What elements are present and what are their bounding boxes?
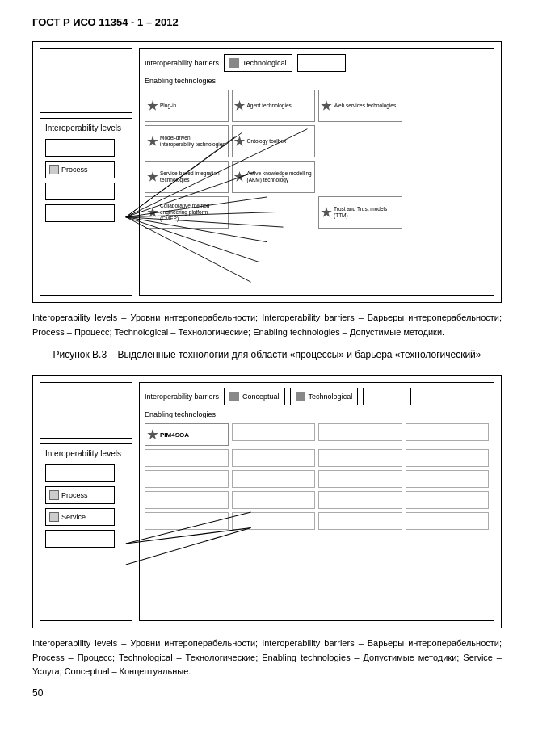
barrier-icon <box>229 58 239 68</box>
interoperability-levels-panel: Interoperability levels Process <box>40 118 132 296</box>
service-label: Service <box>61 513 86 521</box>
pim4soa-icon <box>147 429 158 440</box>
diagram1-right-panel: Interoperability barriers Technological … <box>139 48 494 296</box>
tech-item-empty2 <box>318 125 402 158</box>
tech-item-plugin: Plug-in <box>145 90 229 122</box>
technological-barrier-box: Technological <box>224 54 292 72</box>
diagram2-right-panel: Interoperability barriers Conceptual Tec… <box>139 382 494 621</box>
tech-item-akm: Active knowledge modelling (AKM) technol… <box>232 161 316 193</box>
caption2: Interoperability levels – Уровни интероп… <box>32 636 502 679</box>
barrier-label: Technological <box>242 59 287 67</box>
tech-icon-ontology <box>234 136 246 147</box>
service-icon <box>49 512 59 522</box>
tech-icon-sbi <box>147 171 158 183</box>
tech-grid2-row3 <box>145 470 489 488</box>
r3c4 <box>406 470 490 488</box>
tech-icon-akm <box>234 171 246 183</box>
r2c4 <box>406 449 490 467</box>
level-box2-2 <box>45 530 115 548</box>
conceptual-icon <box>229 392 239 401</box>
enabling-section2: Enabling technologies PIM4SOA <box>145 410 489 530</box>
tech-icon-webservices <box>321 100 332 111</box>
tech-text-agent: Agent technologies <box>247 103 292 109</box>
r5c2 <box>232 512 316 530</box>
tech-item-ontology: Ontology toolbox <box>232 125 316 158</box>
barriers-section2: Interoperability barriers Conceptual Tec… <box>145 388 489 405</box>
tech-text-sbi: Service-based integration technologies <box>160 170 226 183</box>
tech-grid2: PIM4SOA <box>145 423 489 446</box>
tech-item-sbi: Service-based integration technologies <box>145 161 229 193</box>
tech-item-empty1 <box>406 90 490 122</box>
r3c3 <box>318 470 402 488</box>
diagram2-wrapper: Interoperability levels Process Service <box>32 375 502 628</box>
r2c2 <box>232 449 316 467</box>
r4c1 <box>145 491 229 509</box>
tech-icon-plugin <box>147 100 158 111</box>
tech-grid2-row4 <box>145 491 489 509</box>
tech-item-agent: Agent technologies <box>232 90 316 122</box>
service-box: Service <box>45 508 115 526</box>
conceptual-barrier-box: Conceptual <box>224 388 285 405</box>
tech-text-akm: Active knowledge modelling (AKM) technol… <box>247 170 313 183</box>
tech-grid2-item2 <box>232 423 316 441</box>
enabling-label2: Enabling technologies <box>145 410 489 418</box>
tech-grid: Plug-in Agent technologies Web services … <box>145 90 489 229</box>
level-box2-1 <box>45 464 115 482</box>
diagram1-wrapper: Interoperability levels Process Interope… <box>32 41 502 303</box>
diagram2-inner: Interoperability levels Process Service <box>40 382 494 621</box>
tech-item-empty3 <box>406 125 490 158</box>
process-icon <box>49 165 59 174</box>
document-title: ГОСТ Р ИСО 11354 - 1 – 2012 <box>32 16 502 28</box>
figure-caption: Рисунок В.3 – Выделенные технологии для … <box>32 347 502 362</box>
tech-text-plugin: Plug-in <box>160 103 176 109</box>
tech-grid2-item3 <box>318 423 402 441</box>
diagram1-inner: Interoperability levels Process Interope… <box>40 48 494 296</box>
diagram1-container: Interoperability levels Process Interope… <box>32 41 502 303</box>
enabling-label: Enabling technologies <box>145 77 489 85</box>
tech-icon-agent <box>234 100 246 111</box>
tech-icon-cmep <box>147 207 158 218</box>
r5c4 <box>406 512 490 530</box>
tech-icon-mdi <box>147 136 158 147</box>
diagram2-container: Interoperability levels Process Service <box>32 375 502 628</box>
r3c2 <box>232 470 316 488</box>
tech-item-mdi: Model-driven interoperability technologi… <box>145 125 229 158</box>
tech-text-ontology: Ontology toolbox <box>247 138 287 145</box>
top-empty-box2 <box>40 382 132 439</box>
tech-item-cmep: Collaborative method engineering platfor… <box>145 196 229 229</box>
tech-grid2-row2 <box>145 449 489 467</box>
barriers-label: Interoperability barriers <box>145 59 219 67</box>
conceptual-label: Conceptual <box>242 393 280 401</box>
level-box-2 <box>45 183 115 200</box>
levels-title2: Interoperability levels <box>45 449 127 458</box>
tech-text-cmep: Collaborative method engineering platfor… <box>160 203 226 221</box>
technological-label2: Technological <box>309 393 353 401</box>
page-header: ГОСТ Р ИСО 11354 - 1 – 2012 <box>32 16 502 28</box>
r2c3 <box>318 449 402 467</box>
r4c3 <box>318 491 402 509</box>
diagram1-left-placeholder: Interoperability levels Process <box>40 48 132 296</box>
tech-item-empty4 <box>318 161 402 193</box>
page-number: 50 <box>32 687 502 699</box>
r5c1 <box>145 512 229 530</box>
process-box2: Process <box>45 486 115 504</box>
r3c1 <box>145 470 229 488</box>
tech-icon-ttm <box>321 207 332 218</box>
tech-item-ttm: Trust and Trust models (TTM) <box>318 196 402 229</box>
levels-title: Interoperability levels <box>45 124 127 132</box>
tech-text-webservices: Web services technologies <box>334 103 396 109</box>
barriers-section: Interoperability barriers Technological <box>145 54 489 72</box>
interoperability-levels-panel2: Interoperability levels Process Service <box>40 443 132 621</box>
tech-grid2-item4 <box>406 423 490 441</box>
process-box: Process <box>45 161 115 178</box>
barrier-empty-box <box>297 54 346 72</box>
barrier-empty-box2 <box>363 388 411 405</box>
level-box-1 <box>45 139 115 157</box>
technological-barrier-box2: Technological <box>290 388 359 405</box>
tech-text-ttm: Trust and Trust models (TTM) <box>334 206 400 219</box>
pim4soa-item: PIM4SOA <box>145 423 229 446</box>
pim4soa-label: PIM4SOA <box>160 431 189 439</box>
process-label2: Process <box>61 491 88 499</box>
tech-grid2-row5 <box>145 512 489 530</box>
caption1: Interoperability levels – Уровни интероп… <box>32 311 502 339</box>
